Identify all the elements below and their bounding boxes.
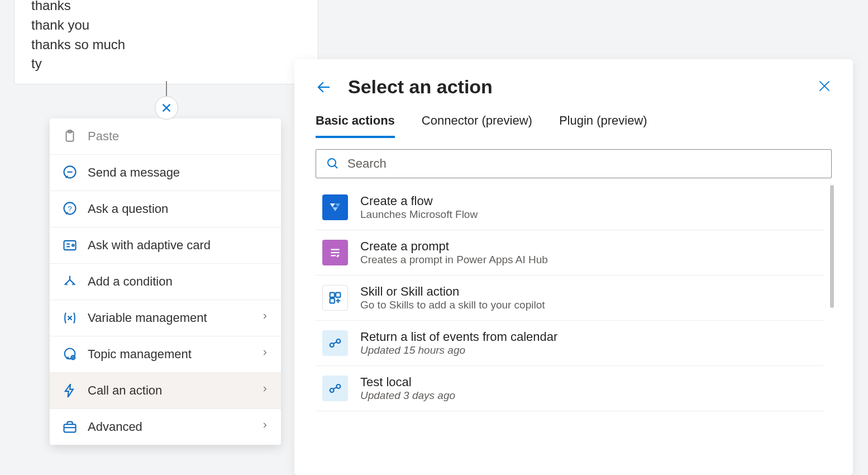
action-subtitle: Updated 3 days ago (360, 390, 455, 402)
action-subtitle: Creates a prompt in Power Apps AI Hub (360, 254, 548, 266)
svg-marker-22 (332, 207, 337, 211)
chevron-right-icon (261, 346, 269, 362)
lightning-icon (62, 383, 78, 398)
trigger-phrase: thanks so much (31, 35, 301, 55)
close-node-button[interactable] (155, 96, 178, 120)
action-test-local[interactable]: Test local Updated 3 days ago (316, 366, 824, 411)
chevron-right-icon (261, 383, 269, 398)
svg-rect-27 (330, 293, 335, 297)
action-subtitle: Launches Microsoft Flow (360, 208, 478, 221)
action-title: Test local (360, 375, 455, 390)
menu-item-label: Send a message (88, 165, 180, 180)
action-subtitle: Go to Skills to add a skill to your copi… (360, 299, 545, 311)
question-icon: ? (62, 201, 78, 217)
menu-item-label: Ask with adaptive card (88, 238, 211, 253)
svg-rect-14 (64, 424, 76, 432)
close-icon (160, 102, 173, 114)
skill-icon (322, 285, 348, 311)
svg-marker-21 (330, 203, 335, 207)
panel-header: Select an action (316, 76, 832, 98)
tab-connector[interactable]: Connector (preview) (422, 113, 532, 138)
cloud-flow-icon (322, 376, 348, 401)
menu-item-paste[interactable]: Paste (50, 118, 281, 154)
trigger-phrases-card: thanks thank you thanks so much ty (14, 0, 318, 84)
menu-item-label: Add a condition (88, 274, 173, 289)
trigger-phrase: thank you (31, 16, 301, 35)
action-title: Skill or Skill action (360, 284, 545, 299)
variable-icon (62, 310, 78, 326)
trigger-phrase: thanks (31, 0, 301, 16)
node-context-menu: Paste Send a message ? Ask a question As… (50, 118, 281, 445)
svg-text:?: ? (68, 205, 71, 213)
topic-icon (62, 346, 78, 362)
menu-item-label: Variable management (88, 311, 207, 325)
action-create-flow[interactable]: Create a flow Launches Microsoft Flow (316, 185, 824, 230)
action-title: Create a prompt (360, 239, 548, 254)
svg-line-20 (335, 165, 337, 168)
search-icon (326, 157, 340, 170)
menu-item-topic-management[interactable]: Topic management (50, 336, 281, 372)
panel-title: Select an action (348, 76, 493, 98)
svg-marker-23 (335, 203, 340, 207)
scrollbar-thumb[interactable] (830, 185, 834, 308)
menu-item-send-message[interactable]: Send a message (50, 154, 281, 191)
tab-plugin[interactable]: Plugin (preview) (559, 113, 647, 138)
cloud-flow-icon (322, 330, 348, 356)
menu-item-adaptive-card[interactable]: Ask with adaptive card (50, 227, 281, 263)
tab-basic-actions[interactable]: Basic actions (316, 113, 395, 138)
flow-icon (322, 194, 348, 220)
svg-point-31 (336, 339, 340, 343)
search-box[interactable] (316, 149, 832, 178)
menu-item-advanced[interactable]: Advanced (50, 408, 281, 445)
action-create-prompt[interactable]: Create a prompt Creates a prompt in Powe… (316, 230, 824, 276)
toolbox-icon (62, 419, 78, 435)
svg-rect-28 (336, 293, 340, 297)
menu-item-label: Advanced (88, 420, 142, 434)
action-title: Create a flow (360, 194, 478, 208)
menu-item-label: Call an action (88, 383, 162, 398)
action-list: Create a flow Launches Microsoft Flow Cr… (316, 185, 832, 411)
chat-icon (62, 165, 78, 180)
clipboard-icon (62, 129, 78, 144)
svg-point-19 (328, 159, 336, 167)
menu-item-ask-question[interactable]: ? Ask a question (50, 191, 281, 227)
menu-item-label: Ask a question (88, 202, 168, 216)
menu-item-label: Paste (88, 129, 119, 144)
menu-item-variable-management[interactable]: Variable management (50, 300, 281, 336)
menu-item-add-condition[interactable]: Add a condition (50, 263, 281, 300)
chevron-right-icon (261, 310, 269, 326)
card-icon (62, 238, 78, 253)
action-title: Return a list of events from calendar (360, 330, 557, 344)
branch-icon (62, 274, 78, 289)
svg-rect-29 (330, 298, 335, 303)
select-action-panel: Select an action Basic actions Connector… (294, 59, 853, 475)
arrow-left-icon (316, 79, 332, 96)
trigger-phrase: ty (31, 54, 301, 74)
panel-tabs: Basic actions Connector (preview) Plugin… (316, 113, 832, 138)
menu-item-label: Topic management (88, 347, 192, 362)
action-calendar-events[interactable]: Return a list of events from calendar Up… (316, 321, 824, 366)
prompt-icon (322, 240, 348, 265)
svg-point-33 (336, 384, 340, 388)
svg-point-11 (72, 244, 74, 246)
action-subtitle: Updated 15 hours ago (360, 344, 557, 357)
flyout-arrow (280, 376, 281, 391)
search-input[interactable] (347, 156, 821, 171)
chevron-right-icon (261, 419, 269, 435)
menu-item-call-action[interactable]: Call an action (50, 372, 281, 408)
close-icon (817, 79, 832, 93)
back-button[interactable] (316, 79, 332, 96)
panel-close-button[interactable] (817, 79, 832, 96)
action-skill[interactable]: Skill or Skill action Go to Skills to ad… (316, 276, 824, 321)
